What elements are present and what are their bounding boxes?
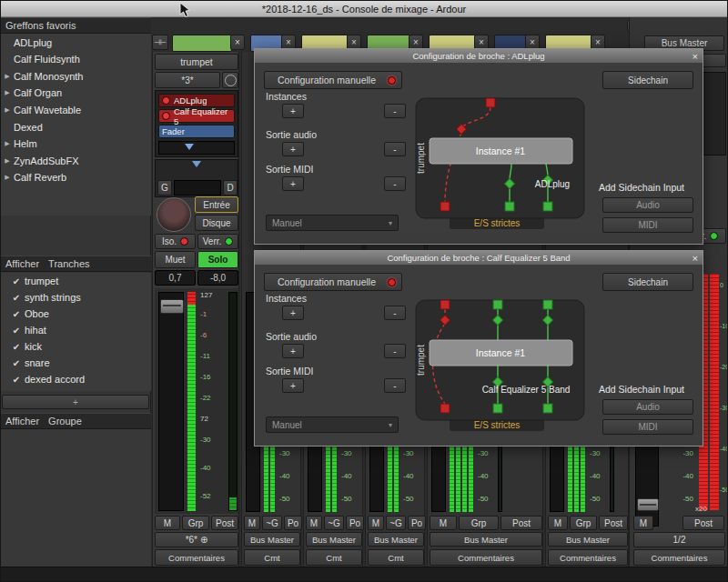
plugin-favorite-item[interactable]: ▶Calf Wavetable xyxy=(1,101,151,118)
output-button[interactable]: 1/2 xyxy=(633,532,725,547)
mono-button[interactable]: M xyxy=(306,516,322,530)
add-button[interactable]: + xyxy=(282,142,304,156)
meter-point-button[interactable]: Post xyxy=(682,516,724,530)
pan-right-button[interactable]: D xyxy=(223,180,238,196)
meter-point-button[interactable]: Post xyxy=(500,516,542,530)
add-button[interactable]: + xyxy=(282,306,304,320)
sidechain-midi-button[interactable]: MIDI xyxy=(602,217,693,233)
comments-button[interactable]: Commentaires xyxy=(155,549,238,566)
mono-button[interactable]: M xyxy=(548,516,568,530)
strip-input-button[interactable]: *3* xyxy=(155,72,220,88)
mono-button[interactable]: M xyxy=(244,516,260,530)
processor-item[interactable]: Fader xyxy=(158,125,235,138)
group-button[interactable]: Grp xyxy=(182,516,209,530)
strip-list-item[interactable]: ✔hihat xyxy=(1,322,151,338)
remove-button[interactable]: - xyxy=(384,176,406,191)
add-button[interactable]: + xyxy=(282,176,304,191)
group-button[interactable]: ~G xyxy=(262,516,282,530)
mono-button[interactable]: M xyxy=(155,516,180,530)
sidechain-audio-button[interactable]: Audio xyxy=(602,197,693,213)
sidechain-audio-button[interactable]: Audio xyxy=(602,399,693,415)
group-button[interactable]: ~G xyxy=(386,516,406,530)
dialog-titlebar[interactable]: Configuration de broche : Calf Equalizer… xyxy=(255,251,703,265)
mode-dropdown[interactable]: Manuel▾ xyxy=(266,215,399,231)
comments-button[interactable]: Commentaires xyxy=(430,549,542,566)
mono-button[interactable]: M xyxy=(368,516,384,530)
strip-name-button[interactable]: Bus Master xyxy=(430,532,542,547)
processor-item[interactable]: Calf Equalizer 5 xyxy=(158,109,235,123)
meter-point-button[interactable]: Po xyxy=(346,516,364,530)
mute-button[interactable]: Muet xyxy=(155,251,196,268)
strip-list-item[interactable]: ✔kick xyxy=(1,338,151,355)
strip-list-item[interactable]: ✔Oboe xyxy=(1,306,151,322)
plugin-favorite-item[interactable]: ▶Calf Reverb xyxy=(1,169,151,186)
close-icon[interactable]: × xyxy=(693,251,698,265)
trim-knob-button[interactable] xyxy=(222,72,238,88)
add-button[interactable]: + xyxy=(282,378,304,393)
mono-button[interactable]: M xyxy=(430,516,457,530)
add-strip-button[interactable]: + xyxy=(2,395,149,409)
trim-knob[interactable] xyxy=(157,197,191,232)
strip-list-item[interactable]: ✔synth strings xyxy=(1,289,151,306)
solo-isolate-button[interactable]: Iso. xyxy=(155,234,196,249)
plugin-favorite-item[interactable]: ▶Calf Monosynth xyxy=(1,67,151,85)
meter-point-button[interactable]: Post xyxy=(599,516,628,530)
comments-button[interactable]: Cmt xyxy=(306,549,362,566)
panner-box[interactable]: G D xyxy=(155,159,238,197)
fader-handle[interactable] xyxy=(160,299,184,314)
remove-button[interactable]: - xyxy=(384,306,406,320)
plugin-favorite-item[interactable]: ▶ZynAddSubFX xyxy=(1,152,151,169)
plugin-favorite-item[interactable]: ▶Helm xyxy=(1,135,151,153)
comments-button[interactable]: Cmt xyxy=(244,549,300,566)
strip-name-button[interactable]: Bus Master xyxy=(548,532,628,547)
meter-point-button[interactable]: Po xyxy=(408,516,426,530)
group-button[interactable]: Grp xyxy=(570,516,597,530)
window-titlebar[interactable]: *2018-12-16_ds - Console de mixage - Ard… xyxy=(1,1,727,17)
remove-button[interactable]: - xyxy=(384,378,406,393)
peak-display[interactable]: -8,0 xyxy=(197,270,238,286)
fader-mini-slider[interactable] xyxy=(158,141,235,155)
add-button[interactable]: + xyxy=(282,104,304,118)
meter-point-button[interactable]: Po xyxy=(284,516,302,530)
gain-fader[interactable] xyxy=(158,292,184,511)
processor-box[interactable]: ADLplugCalf Equalizer 5Fader xyxy=(155,90,238,157)
plugin-favorite-item[interactable]: Calf Fluidsynth xyxy=(1,51,151,68)
comments-button[interactable]: Commentaires xyxy=(633,549,725,566)
gain-display[interactable]: 0,7 xyxy=(155,270,196,286)
solo-button[interactable]: Solo xyxy=(197,251,238,268)
strip-name-button[interactable]: Bus Master xyxy=(306,532,362,547)
fader-handle[interactable] xyxy=(637,498,659,511)
strip-name-button[interactable]: trumpet xyxy=(155,54,238,70)
sidechain-button[interactable]: Sidechain xyxy=(602,273,693,291)
pan-left-button[interactable]: G xyxy=(157,180,172,196)
group-button[interactable]: Grp xyxy=(459,516,499,530)
strip-list-item[interactable]: ✔snare xyxy=(1,355,151,371)
output-button[interactable]: *6* ⊕ xyxy=(155,532,238,547)
group-button[interactable]: ~G xyxy=(324,516,344,530)
input-monitor-button[interactable]: Entrée xyxy=(195,196,238,213)
comments-button[interactable]: Cmt xyxy=(368,549,424,566)
mono-button[interactable]: M xyxy=(633,516,653,530)
meter-point-button[interactable]: Post xyxy=(211,516,238,530)
group-tab[interactable] xyxy=(172,35,232,52)
manual-config-button[interactable]: Configuration manuelle xyxy=(264,273,402,291)
pan-marker-icon[interactable] xyxy=(192,161,201,167)
sidechain-midi-button[interactable]: MIDI xyxy=(602,419,693,435)
plugin-favorite-item[interactable]: Dexed xyxy=(1,118,151,135)
strip-name-button[interactable]: Bus Master xyxy=(368,532,424,547)
plugin-favorite-item[interactable]: ADLplug xyxy=(1,34,151,51)
close-icon[interactable]: × xyxy=(693,49,698,63)
strip-list-item[interactable]: ✔trumpet xyxy=(1,273,151,289)
add-button[interactable]: + xyxy=(282,344,304,358)
plugin-favorite-item[interactable]: ▶Calf Organ xyxy=(1,85,151,102)
comments-button[interactable]: Commentaires xyxy=(548,549,628,566)
strip-name-button[interactable]: Bus Master xyxy=(244,532,300,547)
mode-dropdown[interactable]: Manuel▾ xyxy=(266,416,399,433)
manual-config-button[interactable]: Configuration manuelle xyxy=(264,71,402,89)
dialog-titlebar[interactable]: Configuration de broche : ADLplug xyxy=(255,49,703,63)
width-toggle-button[interactable]: ⊣⊢ xyxy=(152,35,168,50)
close-icon[interactable]: × xyxy=(230,35,245,50)
sidechain-button[interactable]: Sidechain xyxy=(602,71,693,89)
remove-button[interactable]: - xyxy=(384,142,406,156)
remove-button[interactable]: - xyxy=(384,344,406,358)
